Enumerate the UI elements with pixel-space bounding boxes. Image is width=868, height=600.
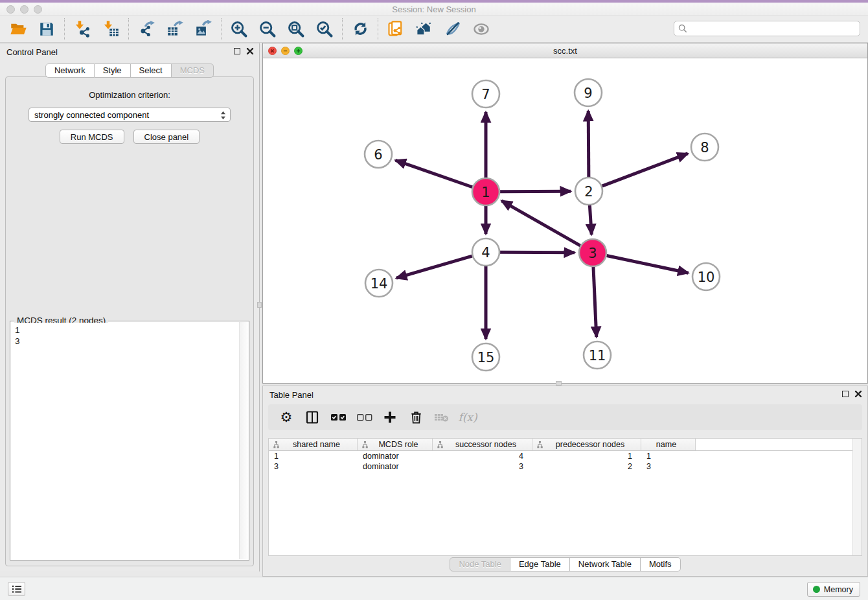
table-cell[interactable]: 3 — [269, 462, 358, 471]
table-cell[interactable]: dominator — [358, 452, 433, 461]
graph-node-3[interactable]: 3 — [579, 239, 606, 266]
tab-motifs[interactable]: Motifs — [641, 557, 681, 571]
float-table-panel-icon[interactable] — [842, 391, 849, 397]
unchecked-boxes-icon — [356, 413, 372, 422]
table-cell[interactable]: 1 — [641, 452, 696, 461]
graph-edge-2-9[interactable] — [588, 111, 589, 177]
window-titlebar: Session: New Session — [0, 3, 868, 16]
control-panel: Control Panel NetworkStyleSelectMCDS Opt… — [0, 43, 260, 571]
network-canvas[interactable]: 7968124314101511 — [263, 58, 867, 383]
delete-columns-button[interactable] — [404, 407, 428, 428]
export-table-button[interactable] — [161, 17, 189, 41]
graph-node-10[interactable]: 10 — [692, 263, 720, 290]
graph-node-label: 11 — [589, 348, 606, 363]
graph-node-2[interactable]: 2 — [575, 178, 602, 205]
tab-mcds[interactable]: MCDS — [172, 63, 214, 78]
graph-edge-1-2[interactable] — [500, 191, 571, 192]
table-cell[interactable]: 4 — [433, 452, 532, 461]
criterion-select[interactable]: strongly connected component — [29, 108, 231, 122]
search-field[interactable] — [674, 21, 860, 36]
tab-style[interactable]: Style — [95, 63, 131, 78]
table-cell[interactable]: 2 — [532, 462, 641, 471]
close-panel-button[interactable]: Close panel — [133, 130, 200, 144]
graph-node-6[interactable]: 6 — [365, 141, 392, 168]
hide-graphics-details-button[interactable] — [439, 17, 467, 41]
task-history-button[interactable] — [8, 582, 25, 596]
tab-network-table[interactable]: Network Table — [570, 557, 641, 571]
plus-icon — [383, 410, 397, 424]
export-image-button[interactable] — [189, 17, 218, 41]
float-panel-icon[interactable] — [234, 48, 240, 54]
graph-node-4[interactable]: 4 — [472, 238, 499, 266]
graph-edge-3-10[interactable] — [607, 256, 689, 273]
table-cell[interactable]: 1 — [532, 452, 641, 461]
close-panel-icon[interactable] — [246, 47, 254, 55]
graph-node-9[interactable]: 9 — [575, 79, 602, 106]
export-network-button[interactable] — [132, 17, 161, 41]
graph-node-7[interactable]: 7 — [472, 80, 499, 108]
table-cell[interactable]: 3 — [433, 462, 532, 471]
column-header-name[interactable]: name — [641, 439, 696, 450]
save-session-button[interactable] — [32, 17, 61, 41]
table-scrollbar[interactable] — [852, 439, 862, 555]
import-network-button[interactable] — [68, 17, 97, 41]
network-window-title: scc.txt — [263, 46, 867, 56]
table-toolbar: ⚙ — [268, 404, 862, 430]
tab-node-table[interactable]: Node Table — [450, 557, 510, 571]
table-row[interactable]: 1dominator411 — [269, 451, 862, 461]
table-row[interactable]: 3dominator323 — [269, 461, 862, 472]
unselect-all-columns-button[interactable] — [352, 407, 376, 428]
column-header-mcds-role[interactable]: MCDS role — [358, 439, 433, 450]
run-mcds-button[interactable]: Run MCDS — [60, 130, 124, 144]
show-columns-button[interactable] — [301, 407, 324, 428]
table-cell[interactable]: 1 — [269, 452, 358, 461]
create-column-button[interactable] — [378, 407, 402, 428]
graph-edge-4-14[interactable] — [396, 256, 472, 278]
graph-edge-1-6[interactable] — [395, 160, 472, 187]
mcds-result-list[interactable]: 13 — [11, 323, 238, 559]
graph-edge-2-3[interactable] — [589, 205, 591, 235]
delete-table-button[interactable] — [430, 407, 453, 428]
refresh-view-button[interactable] — [346, 17, 374, 41]
table-cell[interactable]: 3 — [641, 462, 696, 471]
copy-network-button[interactable] — [382, 17, 410, 41]
graph-edge-3-1[interactable] — [501, 201, 580, 246]
network-window-titlebar[interactable]: scc.txt — [263, 43, 867, 58]
result-scrollbar[interactable] — [239, 322, 248, 559]
network-view-window: scc.txt 7968124314101511 — [262, 43, 868, 384]
graph-node-1[interactable]: 1 — [472, 178, 499, 205]
toolbar-separator — [64, 18, 65, 40]
memory-button[interactable]: Memory — [807, 582, 860, 597]
graph-edge-2-8[interactable] — [602, 154, 688, 186]
graph-node-11[interactable]: 11 — [584, 341, 611, 369]
horizontal-splitter-handle[interactable] — [556, 381, 562, 386]
zoom-fit-button[interactable] — [282, 17, 310, 41]
tab-edge-table[interactable]: Edge Table — [510, 557, 570, 571]
graph-edge-3-11[interactable] — [593, 267, 597, 337]
graph-node-8[interactable]: 8 — [691, 133, 718, 161]
tab-network[interactable]: Network — [45, 63, 95, 78]
vertical-splitter-handle[interactable] — [257, 302, 262, 308]
select-all-columns-button[interactable] — [326, 407, 350, 428]
function-builder-button[interactable]: f(x) — [456, 407, 479, 428]
open-session-button[interactable] — [4, 17, 32, 41]
show-preview-button[interactable] — [467, 17, 496, 41]
toolbar-separator — [378, 18, 378, 40]
zoom-out-button[interactable] — [253, 17, 282, 41]
first-neighbors-button[interactable] — [410, 17, 439, 41]
close-table-panel-icon[interactable] — [854, 390, 862, 398]
table-settings-button[interactable]: ⚙ — [275, 407, 298, 428]
graph-node-15[interactable]: 15 — [472, 343, 499, 371]
graph-node-label: 4 — [481, 245, 490, 260]
graph-edge-4-3[interactable] — [500, 252, 575, 253]
tab-select[interactable]: Select — [131, 63, 172, 78]
import-table-button[interactable] — [97, 17, 125, 41]
graph-node-14[interactable]: 14 — [365, 270, 393, 297]
column-header-successor-nodes[interactable]: successor nodes — [433, 439, 532, 450]
zoom-in-button[interactable] — [225, 17, 253, 41]
search-input[interactable] — [690, 24, 860, 34]
zoom-selected-button[interactable] — [310, 17, 339, 41]
column-header-predecessor-nodes[interactable]: predecessor nodes — [532, 439, 641, 450]
column-header-shared-name[interactable]: shared name — [269, 439, 358, 450]
table-cell[interactable]: dominator — [358, 462, 433, 471]
